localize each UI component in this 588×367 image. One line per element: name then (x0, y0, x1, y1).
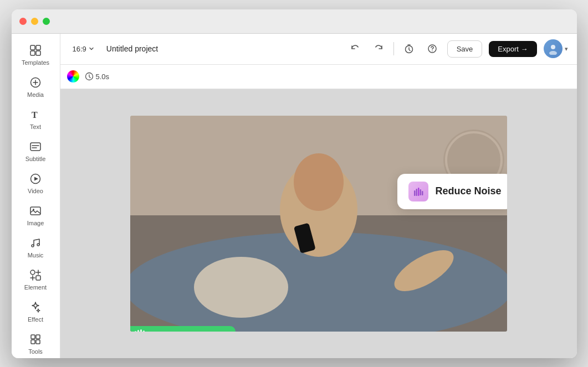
waveform-bar (140, 329, 142, 332)
svg-point-15 (32, 245, 34, 247)
subtitle-icon (29, 140, 42, 153)
svg-point-26 (551, 45, 555, 49)
plus-circle-icon (29, 76, 42, 89)
sidebar-item-video[interactable]: Video (16, 168, 55, 198)
svg-rect-3 (36, 51, 40, 55)
undo-button[interactable] (347, 40, 364, 57)
clock-icon (85, 72, 94, 81)
svg-marker-12 (34, 177, 38, 180)
video-preview: Reduce Noise (130, 116, 507, 332)
timeline-bar: 5.0s (60, 65, 577, 89)
text-icon: T (29, 108, 42, 121)
sidebar-label-effect: Effect (28, 316, 43, 323)
waveform-bar (135, 331, 136, 332)
waveform-bar (143, 330, 145, 332)
project-title: Untitled project (106, 44, 158, 53)
avatar-chevron-icon[interactable]: ▾ (565, 45, 568, 53)
aspect-ratio-button[interactable]: 16:9 (69, 43, 98, 55)
music-icon (29, 236, 42, 250)
element-icon (29, 268, 42, 282)
svg-rect-43 (422, 191, 423, 195)
reduce-noise-tooltip[interactable]: Reduce Noise (397, 174, 507, 209)
sidebar-item-image[interactable]: Image (16, 200, 55, 230)
sidebar-label-media: Media (27, 91, 44, 98)
svg-rect-1 (36, 45, 40, 50)
effect-icon (29, 301, 42, 314)
duration-display: 5.0s (85, 72, 110, 81)
minimize-button[interactable] (31, 18, 38, 25)
svg-rect-17 (30, 270, 35, 275)
audio-waveform[interactable] (130, 326, 236, 332)
sidebar-label-tools: Tools (28, 348, 43, 355)
redo-button[interactable] (370, 40, 387, 57)
sidebar-label-text: Text (30, 123, 41, 130)
avatar-button[interactable] (544, 39, 563, 58)
svg-rect-40 (416, 189, 418, 196)
canvas-area: Reduce Noise (60, 89, 577, 358)
save-button[interactable]: Save (447, 40, 483, 58)
video-circle-icon (29, 172, 42, 185)
svg-rect-18 (36, 276, 40, 280)
svg-rect-20 (36, 335, 40, 339)
sidebar-label-subtitle: Subtitle (25, 156, 46, 162)
video-background (130, 116, 507, 332)
grid-icon (29, 44, 42, 57)
reduce-noise-label: Reduce Noise (435, 185, 501, 197)
svg-rect-39 (414, 190, 416, 196)
maximize-button[interactable] (43, 18, 50, 25)
svg-point-16 (37, 244, 39, 246)
sidebar-item-subtitle[interactable]: Subtitle (16, 136, 55, 166)
duration-value: 5.0s (96, 73, 110, 81)
title-bar (12, 9, 577, 34)
sidebar-item-media[interactable]: Media (16, 71, 55, 101)
sidebar-item-tools[interactable]: Tools (16, 328, 55, 358)
svg-rect-2 (30, 51, 35, 55)
svg-point-36 (194, 257, 288, 318)
svg-point-25 (432, 50, 433, 51)
sidebar-item-element[interactable]: Element (16, 264, 55, 294)
video-overlay (130, 116, 507, 332)
svg-point-33 (294, 153, 344, 211)
sidebar-label-templates: Templates (22, 59, 49, 66)
sidebar-item-templates[interactable]: Templates (16, 39, 55, 69)
svg-rect-19 (31, 335, 35, 339)
svg-rect-21 (31, 340, 35, 344)
aspect-ratio-value: 16:9 (73, 45, 86, 53)
svg-rect-22 (36, 340, 40, 344)
tools-icon (29, 333, 42, 346)
close-button[interactable] (19, 18, 27, 25)
waveform-bar (137, 330, 139, 332)
image-icon (29, 204, 42, 218)
sidebar: Templates Media T Text (12, 34, 60, 358)
sidebar-item-text[interactable]: T Text (16, 104, 55, 133)
export-button[interactable]: Export → (489, 41, 536, 57)
mac-window: Templates Media T Text (12, 9, 577, 358)
divider (393, 42, 394, 55)
help-button[interactable] (424, 40, 441, 57)
reduce-noise-icon (408, 182, 428, 201)
sidebar-label-music: Music (28, 252, 44, 259)
content-area: 16:9 Untitled project (60, 34, 577, 358)
color-wheel-icon[interactable] (67, 70, 79, 82)
sidebar-item-effect[interactable]: Effect (16, 296, 55, 326)
header-bar: 16:9 Untitled project (60, 34, 577, 65)
sidebar-item-music[interactable]: Music (16, 232, 55, 262)
app-body: Templates Media T Text (12, 34, 577, 358)
svg-text:T: T (32, 110, 38, 120)
sidebar-label-element: Element (24, 284, 47, 291)
svg-point-27 (549, 51, 557, 55)
sidebar-label-image: Image (27, 220, 44, 226)
svg-rect-0 (30, 45, 35, 50)
export-label: Export → (498, 45, 528, 53)
sidebar-label-video: Video (28, 188, 43, 194)
svg-rect-41 (418, 188, 420, 196)
svg-rect-42 (420, 189, 422, 195)
svg-rect-8 (30, 143, 40, 151)
timer-button[interactable] (401, 40, 417, 57)
